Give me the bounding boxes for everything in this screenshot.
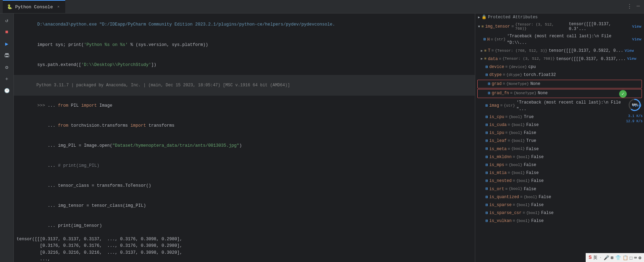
- var-type-is-ipu: {bool}: [509, 130, 523, 136]
- var-row-is-sparse[interactable]: ⊞ is_sparse = {bool} False: [475, 201, 644, 209]
- var-name-is-cuda: is_cuda: [489, 122, 507, 128]
- expand-T-icon[interactable]: ▶: [481, 48, 483, 54]
- protected-attributes-section[interactable]: ▶ 🔒 Protected Attributes: [475, 13, 644, 21]
- var-row-T[interactable]: ▶ ≡ T = {Tensor: (768, 512, 3)} tensor([…: [475, 47, 644, 55]
- var-value-is-quantized: False: [539, 194, 551, 201]
- var-row-is-nested[interactable]: ⊞ is_nested = {bool} False: [475, 177, 644, 185]
- var-icon-is-mps: ⊞: [486, 162, 488, 168]
- var-type-is-nested: {bool}: [516, 178, 530, 184]
- var-row-is-cpu[interactable]: ⊞ is_cpu = {bool} True: [475, 113, 644, 121]
- expand-arrow-icon: ▼: [478, 25, 480, 29]
- var-row-is-leaf[interactable]: ⊞ is_leaf = {bool} True: [475, 137, 644, 145]
- var-value-is-cpu: True: [524, 114, 534, 120]
- expand-data-icon[interactable]: ▶: [481, 56, 483, 62]
- ime-clipboard-icon[interactable]: 📋: [623, 255, 628, 261]
- ime-box-icon[interactable]: ⬚: [630, 255, 633, 261]
- connected-indicator: ✓: [619, 90, 627, 98]
- var-icon-H: ⊞: [484, 37, 486, 43]
- ime-grid-icon[interactable]: ⊞: [611, 255, 614, 261]
- var-row-device[interactable]: ⊞ device = {device} cpu: [475, 63, 644, 71]
- history-button[interactable]: 🕐: [2, 86, 12, 96]
- var-icon-is-cuda: ⊞: [486, 122, 488, 128]
- var-name-is-ort: is_ort: [489, 186, 504, 193]
- minimize-icon[interactable]: —: [635, 3, 641, 10]
- progress-percent: 59%: [632, 103, 637, 107]
- var-value-T: tensor([[[0.3137, 0.5922, 0...: [549, 48, 623, 54]
- python-console-tab[interactable]: 🐍 Python Console ×: [3, 0, 65, 13]
- checkmark-icon: ✓: [622, 91, 624, 97]
- left-sidebar: ↺ ■ ▶ ⚙ + 🕐: [0, 13, 14, 262]
- var-type-is-quantized: {bool}: [524, 194, 537, 201]
- ime-lang-icon[interactable]: 英: [593, 255, 597, 261]
- var-row-is-vulkan[interactable]: ⊞ is_vulkan = {bool} False: [475, 217, 644, 225]
- ime-settings-icon[interactable]: ⚙: [638, 255, 641, 261]
- var-name-data: data: [488, 56, 498, 62]
- ime-separator: ·: [599, 255, 602, 260]
- var-name-is-vulkan: is_vulkan: [489, 218, 512, 224]
- var-type-data: {Tensor: (3, 512, 768)}: [502, 56, 555, 62]
- var-row-is-ort[interactable]: ⊞ is_ort = {bool} False: [475, 185, 644, 193]
- run-button[interactable]: ▶: [2, 39, 12, 49]
- python-version-info: Python 3.11.7 | packaged by Anaconda, In…: [14, 75, 475, 96]
- var-row-imag[interactable]: ⊞ imag = {str} 'Traceback (most recent c…: [475, 99, 644, 113]
- upload-stat: 3.1 K/s: [626, 114, 643, 119]
- var-type-is-leaf: {bool}: [511, 138, 525, 144]
- var-type-is-mps: {bool}: [509, 162, 523, 168]
- var-row-is-ipu[interactable]: ⊞ is_ipu = {bool} False: [475, 129, 644, 137]
- view-link-T[interactable]: View: [625, 48, 634, 54]
- settings-button[interactable]: ⚙: [2, 62, 12, 72]
- network-stats: 3.1 K/s 12.9 K/s: [626, 114, 643, 124]
- var-value-device: cpu: [528, 64, 536, 70]
- var-icon-grad: ⊞: [488, 81, 490, 87]
- view-link-img-tensor[interactable]: View: [632, 25, 641, 29]
- var-name-grad-fn: grad_fn: [492, 90, 509, 97]
- ime-shirt-icon[interactable]: 👕: [615, 255, 621, 261]
- var-icon-is-meta: ⊞: [486, 146, 488, 152]
- ime-keyboard-icon[interactable]: ⌨: [634, 255, 637, 261]
- var-row-is-mkldnn[interactable]: ⊞ is_mkldnn = {bool} False: [475, 153, 644, 161]
- console-cmd-line: D:\anaconda3\python.exe "D:/IDEapp/PyCha…: [14, 15, 475, 35]
- var-row-is-mtia[interactable]: ⊞ is_mtia = {bool} False: [475, 169, 644, 177]
- var-row-grad-fn[interactable]: ⊞ grad_fn = {NoneType} None: [477, 89, 642, 98]
- var-row-is-mps[interactable]: ⊞ is_mps = {bool} False: [475, 161, 644, 169]
- tab-close-button[interactable]: ×: [56, 4, 61, 10]
- var-value-img-tensor: tensor([[[0.3137, 0.3'...: [569, 22, 631, 31]
- var-icon-T: ≡: [484, 48, 487, 54]
- var-row-is-sparse-csr[interactable]: ⊞ is_sparse_csr = {bool} False: [475, 209, 644, 217]
- stop-button[interactable]: ■: [2, 27, 12, 37]
- var-name-is-sparse: is_sparse: [489, 202, 512, 208]
- ime-mic-icon[interactable]: 🎤: [604, 255, 609, 261]
- var-icon-is-sparse-csr: ⊞: [486, 210, 488, 216]
- var-type-is-ort: {bool}: [509, 186, 523, 192]
- var-type-dtype: {dtype}: [506, 72, 522, 78]
- var-row-H[interactable]: ⊞ H = {str} 'Traceback (most recent call…: [475, 32, 644, 47]
- var-type-T: {Tensor: (768, 512, 3)}: [495, 48, 547, 54]
- var-row-is-meta[interactable]: ⊞ is_meta = {bool} False: [475, 145, 644, 153]
- add-button[interactable]: +: [2, 74, 12, 84]
- var-name-is-mtia: is_mtia: [489, 170, 507, 176]
- more-options-icon[interactable]: ⋮: [625, 3, 634, 10]
- view-link-data[interactable]: View: [627, 56, 636, 62]
- var-name-img-tensor: img_tensor: [485, 24, 510, 29]
- var-value-is-mps: False: [524, 162, 536, 168]
- var-icon-device: ⊞: [486, 64, 488, 70]
- console-code-3: ... img_PIL = Image.open("Dataset/hymeno…: [14, 136, 475, 156]
- img-tensor-row[interactable]: ▼ ≡ img_tensor = {Tensor: (3, 512, 768)}…: [475, 21, 644, 32]
- console-output[interactable]: D:\anaconda3\python.exe "D:/IDEapp/PyCha…: [14, 13, 475, 262]
- var-type-img-tensor: {Tensor: (3, 512, 768)}: [515, 22, 567, 31]
- console-code-5: ... tensor_class = transforms.ToTensor(): [14, 176, 475, 196]
- print-button[interactable]: [2, 51, 12, 60]
- var-row-dtype[interactable]: ⊞ dtype = {dtype} torch.float32: [475, 71, 644, 79]
- var-name-device: device: [489, 64, 504, 70]
- view-link-H[interactable]: View: [632, 37, 641, 43]
- var-name-is-mkldnn: is_mkldnn: [489, 154, 512, 161]
- var-row-is-quantized[interactable]: ⊞ is_quantized = {bool} False: [475, 193, 644, 201]
- var-row-is-cuda[interactable]: ⊞ is_cuda = {bool} False: [475, 121, 644, 129]
- var-row-data[interactable]: ▶ ≡ data = {Tensor: (3, 512, 768)} tenso…: [475, 55, 644, 63]
- variables-list[interactable]: ▶ 🔒 Protected Attributes ▼ ≡ img_tensor …: [475, 13, 644, 262]
- var-type-is-sparse: {bool}: [516, 202, 530, 208]
- var-type-imag: {str}: [504, 103, 515, 109]
- rerun-button[interactable]: ↺: [2, 16, 12, 25]
- var-row-grad[interactable]: ⊞ grad = {NoneType} None: [477, 80, 642, 88]
- var-icon-dtype: ⊞: [486, 72, 488, 78]
